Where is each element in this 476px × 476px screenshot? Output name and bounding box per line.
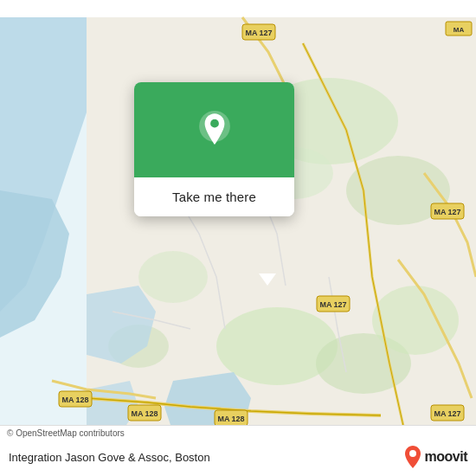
- location-pin-icon: [196, 111, 234, 149]
- moovit-pin-icon: [403, 445, 422, 469]
- svg-text:MA 127: MA 127: [319, 300, 346, 309]
- popup-tail: [259, 273, 276, 286]
- moovit-logo: moovit: [403, 445, 467, 469]
- svg-point-28: [409, 450, 416, 457]
- map-background: MA 127 MA 127 MA 127 MA 127 MA 128 MA 12…: [0, 0, 476, 476]
- location-info-bar: Integration Jason Gove & Assoc, Boston m…: [0, 440, 476, 476]
- popup-card: Take me there: [134, 82, 294, 216]
- take-me-there-button[interactable]: Take me there: [134, 177, 294, 216]
- svg-text:MA 128: MA 128: [131, 409, 158, 418]
- map-attribution: © OpenStreetMap contributors: [0, 426, 476, 440]
- location-label: Integration Jason Gove & Assoc, Boston: [9, 451, 396, 464]
- svg-text:MA 128: MA 128: [217, 415, 244, 423]
- svg-text:MA 127: MA 127: [245, 29, 272, 37]
- svg-text:MA 127: MA 127: [434, 208, 460, 216]
- popup-header: [134, 82, 294, 177]
- svg-text:MA: MA: [453, 26, 465, 34]
- svg-text:MA 127: MA 127: [434, 409, 460, 418]
- bottom-bar: © OpenStreetMap contributors Integration…: [0, 425, 476, 476]
- map-container: MA 127 MA 127 MA 127 MA 127 MA 128 MA 12…: [0, 0, 476, 476]
- moovit-brand-label: moovit: [425, 449, 467, 465]
- svg-text:MA 128: MA 128: [61, 396, 88, 404]
- svg-point-27: [210, 119, 219, 128]
- svg-point-6: [138, 251, 208, 303]
